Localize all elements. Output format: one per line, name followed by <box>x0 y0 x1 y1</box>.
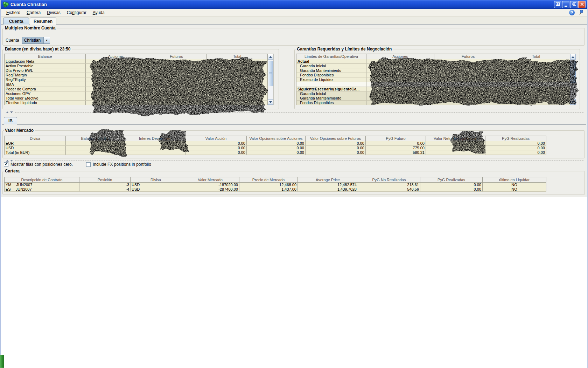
close-icon <box>580 2 584 6</box>
grid-button[interactable] <box>554 1 561 8</box>
column-header[interactable]: Posición <box>79 177 131 183</box>
tab-resumen[interactable]: Resumen <box>30 18 56 25</box>
tab-ib[interactable]: IB <box>4 117 17 125</box>
table-row[interactable]: Total Valor Efectivo <box>5 96 268 100</box>
minimize-button[interactable] <box>562 1 569 8</box>
help-icon[interactable]: ? <box>569 10 575 15</box>
splitter-down-icon[interactable] <box>10 160 13 162</box>
show-zero-option[interactable]: Mostrar filas con posiciones cero. <box>4 162 73 167</box>
column-header[interactable]: PyG No Realizadas <box>358 177 420 183</box>
account-selector[interactable]: Christian ▼ <box>22 37 50 44</box>
table-row[interactable]: SiguienteEscenario(siguienteCa... <box>296 87 570 91</box>
row-label: Fondos Disponibles <box>296 100 366 105</box>
close-button[interactable] <box>578 1 586 8</box>
table-row[interactable]: Exceso de Liquidez <box>296 77 570 82</box>
column-header[interactable]: Balance Efectivo <box>66 136 125 141</box>
column-header[interactable]: PyG Realizadas <box>485 136 546 141</box>
column-header[interactable]: Interes Devengado <box>125 136 186 141</box>
menu-item-configurar[interactable]: Configurar <box>64 9 90 16</box>
splitter-handle[interactable] <box>2 111 584 114</box>
column-header[interactable]: Precio de Mercado <box>239 177 298 183</box>
table-row[interactable]: ESJUN2007-4USD-287400.001,437.001,439.70… <box>5 187 546 192</box>
column-header[interactable]: Futuros <box>434 54 502 59</box>
column-header[interactable]: Total <box>502 54 570 59</box>
column-header[interactable]: Límites de Garantías/Operativa <box>296 54 366 59</box>
scroll-down-button[interactable] <box>268 99 273 105</box>
column-header[interactable]: Valor Opciones sobre Acciones <box>247 136 306 141</box>
splitter-up-icon[interactable] <box>6 111 9 113</box>
window-title: Cuenta Christian <box>10 2 554 7</box>
column-header[interactable]: Futuros <box>146 54 207 59</box>
scroll-up-button[interactable] <box>570 54 576 60</box>
table-row[interactable]: Garantía Mantenimiento <box>296 68 570 73</box>
splitter-up-icon[interactable] <box>6 160 9 162</box>
column-header[interactable]: Valor Acción <box>186 136 247 141</box>
column-header[interactable]: Total <box>207 54 268 59</box>
redacted-cell <box>366 87 434 91</box>
table-row[interactable]: Activo Prestable <box>5 64 268 68</box>
contract-expiry: JUN2007 <box>16 183 33 187</box>
scrollbar-track[interactable] <box>268 60 273 99</box>
value-cell: 775.00 <box>366 146 426 150</box>
column-header[interactable]: Valor Neto de Liquidación <box>426 136 485 141</box>
scrollbar-thumb[interactable] <box>268 61 273 86</box>
column-header[interactable]: Divisa <box>131 177 181 183</box>
table-row[interactable]: Fondos Disponibles <box>296 73 570 77</box>
start-button-sliver[interactable] <box>0 355 4 368</box>
column-header[interactable]: Acciones <box>86 54 146 59</box>
column-header[interactable]: Acciones <box>366 54 434 59</box>
scrollbar-track[interactable] <box>570 60 576 99</box>
column-header[interactable]: Divisa <box>5 136 66 141</box>
margin-scrollbar[interactable] <box>570 54 576 105</box>
table-row[interactable]: RegTEquity <box>5 77 268 82</box>
table-row[interactable]: RegTMargin <box>5 73 268 77</box>
table-row[interactable]: YMJUN2007-3USD-187020.0012,468.0012,482.… <box>5 183 546 187</box>
table-row[interactable]: Liquidación Neta <box>5 59 268 64</box>
menu-item-divisas[interactable]: Divisas <box>44 9 64 16</box>
column-header[interactable]: Descripción de Contrato <box>5 177 79 183</box>
table-row[interactable]: Poder de Compra <box>5 87 268 91</box>
menu-item-ayuda[interactable]: Ayuda <box>90 9 108 16</box>
table-row[interactable]: Efectivo Liquidado <box>5 100 268 105</box>
table-row[interactable]: Total (in EUR)0.000.000.00580.310.00 <box>5 150 546 155</box>
column-header[interactable]: Balance <box>5 54 86 59</box>
column-header[interactable]: PyG Futuro <box>366 136 426 141</box>
redacted-cell <box>207 68 268 73</box>
scroll-down-button[interactable] <box>570 99 576 105</box>
redacted-cell <box>146 64 207 68</box>
table-row[interactable]: Actual <box>296 59 570 64</box>
pin-icon[interactable] <box>579 10 583 15</box>
table-row[interactable]: Acciones GPV <box>5 91 268 96</box>
title-bar[interactable]: Cuenta Christian <box>1 0 587 9</box>
menu-item-fichero[interactable]: Fichero <box>3 9 23 16</box>
table-row[interactable]: EUR0.000.000.000.000.00 <box>5 141 546 146</box>
balance-scrollbar[interactable] <box>268 54 274 105</box>
tab-cuenta[interactable]: Cuenta <box>3 18 29 25</box>
column-header[interactable]: Average Price <box>298 177 358 183</box>
maximize-button[interactable] <box>570 1 578 8</box>
table-row[interactable]: Garantía Mantenimiento <box>296 96 570 100</box>
column-header[interactable]: PyG Realizadas <box>420 177 483 183</box>
column-header[interactable]: Valor Opciones sobre Futuros <box>306 136 366 141</box>
scrollbar-thumb[interactable] <box>570 61 576 83</box>
table-row[interactable]: Día Previo EWL <box>5 68 268 73</box>
redacted-cell <box>207 73 268 77</box>
show-zero-checkbox[interactable] <box>4 162 8 167</box>
table-row[interactable]: USD0.000.000.00775.000.00 <box>5 146 546 150</box>
row-label: Total (in EUR) <box>5 150 66 155</box>
scroll-up-button[interactable] <box>268 54 273 60</box>
table-row[interactable]: Garantía Inicial <box>296 64 570 68</box>
table-row[interactable]: Fondos Disponibles <box>296 100 570 105</box>
column-header[interactable]: Valor Mercado <box>181 177 239 183</box>
include-fx-checkbox[interactable] <box>86 162 91 167</box>
account-selected-value[interactable]: Christian <box>22 37 43 43</box>
include-fx-option[interactable]: Include FX positions in portfolio <box>86 162 151 167</box>
menu-item-cartera[interactable]: Cartera <box>23 9 44 16</box>
splitter-down-icon[interactable] <box>10 111 13 113</box>
table-row[interactable] <box>296 82 570 87</box>
value-cell: NO <box>483 183 546 187</box>
column-header[interactable]: último en Liquidar <box>483 177 546 183</box>
account-dropdown-button[interactable]: ▼ <box>43 37 50 43</box>
table-row[interactable]: Garantía Inicial <box>296 91 570 96</box>
table-row[interactable]: SMA <box>5 82 268 87</box>
